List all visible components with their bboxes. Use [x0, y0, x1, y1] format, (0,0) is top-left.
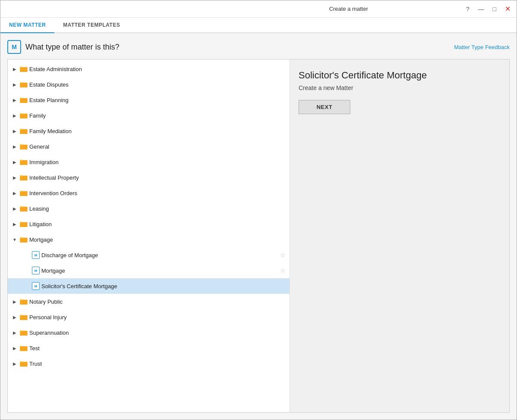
svg-rect-6 — [20, 98, 22, 99]
tab-new-matter[interactable]: NEW MATTER — [0, 18, 54, 33]
tree-item-mortgage[interactable]: ▼ Mortgage — [8, 232, 290, 247]
maximize-button[interactable]: □ — [490, 5, 499, 13]
folder-icon-litigation — [20, 221, 28, 227]
expand-arrow-superannuation: ▶ — [11, 329, 18, 336]
folder-icon-mortgage — [20, 236, 28, 243]
folder-icon-test — [20, 345, 28, 351]
svg-rect-8 — [20, 113, 22, 115]
detail-subtitle: Create a new Matter — [299, 84, 501, 91]
tree-item-intervention-orders[interactable]: ▶ Intervention Orders — [8, 185, 290, 201]
star-icon-mortgage-child[interactable]: ☆ — [279, 267, 286, 274]
svg-rect-14 — [20, 160, 22, 161]
expand-arrow-leasing: ▶ — [11, 205, 18, 212]
expand-arrow-notary-public: ▶ — [11, 298, 18, 305]
tree-scroll[interactable]: ▶ Estate Administration ▶ Estate Dispute… — [8, 59, 290, 412]
detail-title: Solicitor's Certificate Mortgage — [299, 70, 501, 81]
svg-rect-22 — [20, 222, 22, 223]
folder-icon-immigration — [20, 159, 28, 165]
tree-item-trust[interactable]: ▶ Trust — [8, 356, 290, 371]
svg-rect-2 — [20, 67, 22, 68]
expand-arrow-intellectual-property: ▶ — [11, 174, 18, 181]
detail-panel: Solicitor's Certificate Mortgage Create … — [290, 59, 509, 412]
expand-arrow-estate-disputes: ▶ — [11, 81, 18, 88]
tree-item-personal-injury[interactable]: ▶ Personal Injury — [8, 309, 290, 325]
tree-item-intellectual-property[interactable]: ▶ Intellectual Property — [8, 170, 290, 185]
expand-arrow-trust: ▶ — [11, 360, 18, 367]
matter-type-icon-mortgage-child: M — [32, 267, 40, 274]
tree-item-superannuation[interactable]: ▶ Superannuation — [8, 325, 290, 340]
tree-label-notary-public: Notary Public — [29, 299, 286, 305]
tree-item-litigation[interactable]: ▶ Litigation — [8, 216, 290, 232]
tree-label-estate-disputes: Estate Disputes — [29, 81, 286, 88]
svg-rect-26 — [20, 299, 22, 301]
help-button[interactable]: ? — [464, 5, 472, 13]
tree-item-estate-disputes[interactable]: ▶ Estate Disputes — [8, 77, 290, 92]
svg-rect-12 — [20, 144, 22, 146]
expand-arrow-intervention-orders: ▶ — [11, 190, 18, 196]
folder-icon-leasing — [20, 205, 28, 212]
tree-label-immigration: Immigration — [29, 159, 286, 165]
folder-icon-family — [20, 112, 28, 118]
expand-arrow-test: ▶ — [11, 345, 18, 352]
window-title: Create a matter — [234, 6, 463, 12]
tree-item-mortgage-child[interactable]: M Mortgage ☆ — [8, 263, 290, 278]
expand-arrow-general: ▶ — [11, 143, 18, 150]
expand-arrow-family: ▶ — [11, 112, 18, 119]
tree-item-leasing[interactable]: ▶ Leasing — [8, 201, 290, 216]
expand-arrow-immigration: ▶ — [11, 159, 18, 165]
content-area: M What type of matter is this? Matter Ty… — [0, 33, 517, 420]
window-controls: ? — □ ✕ — [464, 5, 513, 13]
tree-item-general[interactable]: ▶ General — [8, 139, 290, 154]
tab-matter-templates[interactable]: MATTER TEMPLATES — [54, 18, 128, 33]
tree-label-family: Family — [29, 112, 286, 119]
folder-icon-general — [20, 143, 28, 149]
main-window: Create a matter ? — □ ✕ NEW MATTER MATTE… — [0, 0, 517, 420]
close-button[interactable]: ✕ — [502, 5, 513, 13]
tree-label-litigation: Litigation — [29, 221, 286, 227]
svg-rect-34 — [20, 361, 22, 363]
feedback-link[interactable]: Matter Type Feedback — [454, 44, 510, 50]
tree-item-immigration[interactable]: ▶ Immigration — [8, 154, 290, 170]
expand-arrow-estate-planning: ▶ — [11, 96, 18, 103]
tree-item-family-mediation[interactable]: ▶ Family Mediation — [8, 123, 290, 139]
minimize-button[interactable]: — — [476, 5, 487, 13]
matter-type-icon-solicitors-cert: M — [32, 282, 40, 290]
tree-label-trust: Trust — [29, 361, 286, 367]
folder-icon-notary-public — [20, 299, 28, 305]
header-row: M What type of matter is this? Matter Ty… — [7, 40, 510, 54]
tree-item-estate-planning[interactable]: ▶ Estate Planning — [8, 92, 290, 108]
tree-item-solicitors-cert[interactable]: M Solicitor's Certificate Mortgage — [8, 278, 290, 294]
folder-icon-estate-planning — [20, 97, 28, 103]
tree-label-estate-admin: Estate Administration — [29, 66, 286, 72]
folder-icon-personal-injury — [20, 314, 28, 320]
tree-label-mortgage-child: Mortgage — [41, 268, 277, 274]
folder-icon-intervention-orders — [20, 190, 28, 196]
page-title: What type of matter is this? — [25, 43, 119, 52]
svg-rect-30 — [20, 330, 22, 332]
tree-item-discharge-mortgage[interactable]: M Discharge of Mortgage ☆ — [8, 247, 290, 263]
tree-label-test: Test — [29, 345, 286, 352]
tree-item-notary-public[interactable]: ▶ Notary Public — [8, 294, 290, 309]
tree-label-family-mediation: Family Mediation — [29, 128, 286, 134]
folder-icon-estate-admin — [20, 66, 28, 72]
tree-label-general: General — [29, 143, 286, 150]
star-icon-discharge[interactable]: ☆ — [279, 252, 286, 258]
tabs-bar: NEW MATTER MATTER TEMPLATES — [0, 18, 517, 33]
tree-item-family[interactable]: ▶ Family — [8, 108, 290, 123]
tree-label-mortgage: Mortgage — [29, 236, 286, 243]
svg-rect-16 — [20, 175, 22, 177]
next-button[interactable]: NEXT — [299, 100, 350, 114]
expand-arrow-personal-injury: ▶ — [11, 314, 18, 320]
tree-item-estate-admin[interactable]: ▶ Estate Administration — [8, 61, 290, 77]
tree-label-estate-planning: Estate Planning — [29, 97, 286, 103]
expand-arrow-estate-admin: ▶ — [11, 65, 18, 72]
svg-rect-28 — [20, 315, 22, 316]
header-icon-text: M — [12, 44, 17, 50]
tree-label-superannuation: Superannuation — [29, 330, 286, 336]
folder-icon-intellectual-property — [20, 174, 28, 180]
main-panel: ▶ Estate Administration ▶ Estate Dispute… — [7, 59, 510, 413]
folder-icon-estate-disputes — [20, 81, 28, 87]
svg-rect-20 — [20, 206, 22, 208]
matter-type-icon-discharge: M — [32, 251, 40, 259]
tree-item-test[interactable]: ▶ Test — [8, 340, 290, 356]
